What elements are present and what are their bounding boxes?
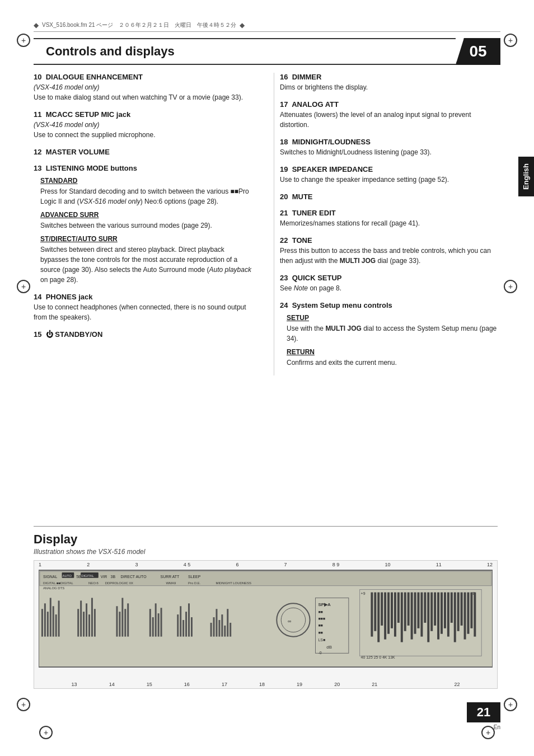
svg-rect-43 <box>161 608 162 636</box>
display-subtitle: Illustration shows the VSX-516 model <box>34 548 498 556</box>
svg-text:NEO:6: NEO:6 <box>88 581 99 585</box>
section-11-subtitle: (VSX-416 model only) <box>34 120 251 130</box>
svg-text:DDPROLOGIIC IIX: DDPROLOGIIC IIX <box>105 581 133 585</box>
section-23-body: See Note on page 8. <box>280 283 498 293</box>
svg-rect-48 <box>188 603 190 636</box>
setup-body: Use with the MULTI JOG dial to access th… <box>287 323 498 344</box>
reg-mark-top-left <box>17 34 30 47</box>
svg-text:■■: ■■ <box>318 610 322 614</box>
svg-rect-80 <box>391 593 393 628</box>
stdirect-body: Switches between direct and stereo playb… <box>40 245 251 285</box>
page-number: 21 <box>477 705 490 720</box>
advsurr-body: Switches between the various surround mo… <box>40 220 251 231</box>
svg-rect-92 <box>430 593 433 631</box>
svg-rect-101 <box>461 593 463 626</box>
svg-rect-20 <box>41 609 43 636</box>
section-21-title: 21 TUNER EDIT <box>280 209 498 217</box>
svg-rect-79 <box>387 593 390 634</box>
svg-rect-50 <box>210 623 212 637</box>
svg-rect-37 <box>124 609 126 636</box>
svg-rect-34 <box>116 606 118 636</box>
svg-text:Pro D.E.: Pro D.E. <box>188 581 201 585</box>
section-13: 13 LISTENING MODE buttons STANDARD Press… <box>34 164 251 285</box>
diamond-left: ◆ <box>34 21 39 29</box>
return-body: Confirms and exits the current menu. <box>287 358 498 368</box>
reg-mark-bot-right <box>504 698 517 711</box>
language-tab: English <box>518 157 534 196</box>
svg-text:■■■: ■■■ <box>318 617 325 621</box>
svg-rect-74 <box>371 593 373 637</box>
section-12-title: 12 MASTER VOLUME <box>34 148 251 156</box>
svg-text:SP▶A: SP▶A <box>318 602 331 607</box>
section-10-title: 10 DIALOGUE ENHANCEMENT <box>34 73 251 81</box>
svg-rect-97 <box>447 593 449 637</box>
section-21: 21 TUNER EDIT Memorizes/names stations f… <box>280 209 498 228</box>
section-14-body: Use to connect headphones (when connecte… <box>34 302 251 322</box>
svg-text:DIGITAL ■■DIGITAL: DIGITAL ■■DIGITAL <box>43 581 73 585</box>
svg-rect-23 <box>50 598 51 636</box>
section-15: 15 ⏻ STANDBY/ON <box>34 330 251 339</box>
section-10: 10 DIALOGUE ENHANCEMENT (VSX-416 model o… <box>34 73 251 102</box>
svg-rect-52 <box>216 609 217 636</box>
svg-text:+9: +9 <box>361 591 366 595</box>
svg-text:■■: ■■ <box>318 623 322 627</box>
svg-rect-89 <box>420 593 423 637</box>
page-number-box: 21 <box>467 702 500 722</box>
svg-text:■■: ■■ <box>318 631 322 635</box>
meta-bar: ◆ VSX_516.book.fm 21 ページ ２０６年２月２１日 火曜日 午… <box>34 21 500 32</box>
svg-rect-83 <box>401 593 403 642</box>
file-info: VSX_516.book.fm 21 ページ ２０６年２月２１日 火曜日 午後４… <box>42 21 236 29</box>
section-13-stdirect: ST/DIRECT/AUTO SURR Switches between dir… <box>40 235 251 285</box>
svg-rect-36 <box>121 598 123 636</box>
diamond-right: ◆ <box>240 21 245 29</box>
stdirect-title: ST/DIRECT/AUTO SURR <box>40 235 251 243</box>
section-24: 24 System Setup menu controls SETUP Use … <box>280 301 498 368</box>
section-16: 16 DIMMER Dims or brightens the display. <box>280 73 498 92</box>
chapter-number: 05 <box>456 38 500 65</box>
display-title: Display <box>34 532 498 547</box>
svg-text:5B: 5B <box>76 575 81 579</box>
svg-rect-49 <box>191 617 193 637</box>
section-23-title: 23 QUICK SETUP <box>280 274 498 282</box>
svg-rect-46 <box>182 620 184 637</box>
reg-mark-bot-left <box>17 698 30 711</box>
left-column: 10 DIALOGUE ENHANCEMENT (VSX-416 model o… <box>34 73 257 375</box>
chapter-title: Controls and displays <box>46 44 175 59</box>
chapter-header: Controls and displays 05 <box>34 38 500 65</box>
svg-rect-35 <box>119 612 120 637</box>
section-20-title: 20 MUTE <box>280 192 498 201</box>
section-11-body: Use to connect the supplied microphone. <box>34 130 251 140</box>
section-22-body: Press this button to access the bass and… <box>280 246 498 266</box>
section-24-return: RETURN Confirms and exits the current me… <box>287 348 498 368</box>
svg-rect-39 <box>149 609 151 636</box>
svg-text:VIR: VIR <box>101 575 107 579</box>
reg-mark-top-right <box>504 34 517 47</box>
section-16-title: 16 DIMMER <box>280 73 498 81</box>
svg-rect-24 <box>53 606 54 636</box>
svg-rect-56 <box>227 609 228 636</box>
section-13-title: 13 LISTENING MODE buttons <box>34 164 251 172</box>
svg-rect-54 <box>221 614 223 637</box>
section-16-body: Dims or brightens the display. <box>280 82 498 92</box>
svg-rect-78 <box>384 593 386 640</box>
svg-rect-21 <box>44 603 46 636</box>
display-section: Display Illustration shows the VSX-516 m… <box>34 526 498 689</box>
section-10-body: Use to make dialog stand out when watchi… <box>34 92 251 102</box>
section-23: 23 QUICK SETUP See Note on page 8. <box>280 274 498 293</box>
reg-mark-mid-left <box>17 280 30 293</box>
svg-rect-85 <box>407 593 410 626</box>
svg-text:SLEEP: SLEEP <box>188 575 201 579</box>
svg-text:dB: dB <box>326 645 332 650</box>
section-17-title: 17 ANALOG ATT <box>280 100 498 109</box>
section-17-body: Attenuates (lowers) the level of an anal… <box>280 110 498 130</box>
main-content: 10 DIALOGUE ENHANCEMENT (VSX-416 model o… <box>34 73 498 375</box>
svg-rect-75 <box>374 593 376 631</box>
numbers-bottom: 13 14 15 16 17 18 19 20 21 22 <box>39 682 493 687</box>
svg-rect-55 <box>224 626 226 637</box>
return-title: RETURN <box>287 348 498 356</box>
section-17: 17 ANALOG ATT Attenuates (lowers) the le… <box>280 100 498 130</box>
section-15-title: 15 ⏻ STANDBY/ON <box>34 330 251 339</box>
section-19: 19 SPEAKER IMPEDANCE Use to change the s… <box>280 165 498 185</box>
display-screen-svg: SIGNAL AUTO 5B DIGITAL VIR 3B DIRECT AUT… <box>39 570 493 668</box>
standard-title: STANDARD <box>40 177 251 185</box>
